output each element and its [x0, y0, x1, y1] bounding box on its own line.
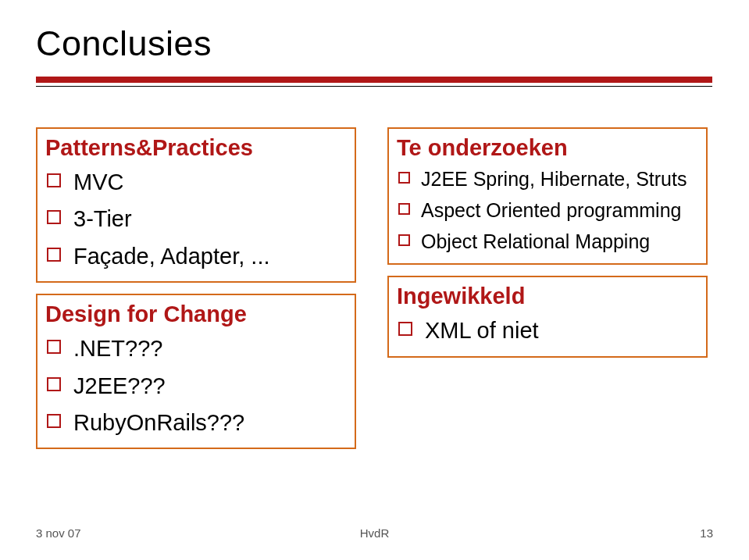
list-item-label: Façade, Adapter, ... — [73, 238, 347, 274]
group-box: Te onderzoekenJ2EE Spring, Hibernate, St… — [387, 127, 708, 265]
square-bullet-icon — [398, 172, 410, 184]
bullet-list: XML of niet — [397, 312, 698, 348]
bullet-list: J2EE Spring, Hibernate, StrutsAspect Ori… — [397, 164, 698, 256]
list-item-label: .NET??? — [73, 330, 347, 366]
bullet-list: MVC3-TierFaçade, Adapter, ... — [45, 164, 347, 274]
square-bullet-icon — [398, 203, 410, 215]
list-item: .NET??? — [45, 330, 347, 366]
footer-author: HvdR — [360, 526, 390, 540]
list-item-label: Object Relational Mapping — [421, 226, 698, 257]
list-item-label: MVC — [73, 164, 347, 200]
group-box: Design for Change.NET???J2EE???RubyOnRai… — [36, 294, 356, 449]
list-item: Object Relational Mapping — [397, 226, 698, 257]
list-item: J2EE Spring, Hibernate, Struts — [397, 164, 698, 194]
group-heading: Patterns&Practices — [45, 135, 347, 161]
footer-page: 13 — [700, 526, 713, 540]
list-item-label: 3-Tier — [73, 201, 347, 237]
list-item: Façade, Adapter, ... — [45, 238, 347, 274]
square-bullet-icon — [47, 173, 61, 187]
group-heading: Te onderzoeken — [397, 135, 698, 161]
square-bullet-icon — [398, 234, 410, 246]
square-bullet-icon — [47, 414, 61, 428]
list-item: XML of niet — [397, 312, 698, 348]
group-box: Patterns&PracticesMVC3-TierFaçade, Adapt… — [36, 127, 356, 283]
footer-date: 3 nov 07 — [36, 526, 81, 540]
slide-title: Conclusies — [36, 23, 713, 64]
list-item-label: J2EE Spring, Hibernate, Struts — [421, 164, 698, 194]
column: Te onderzoekenJ2EE Spring, Hibernate, St… — [387, 127, 708, 358]
list-item: RubyOnRails??? — [45, 405, 347, 441]
list-item-label: RubyOnRails??? — [73, 405, 347, 441]
bullet-list: .NET???J2EE???RubyOnRails??? — [45, 330, 347, 441]
square-bullet-icon — [398, 322, 412, 336]
group-box: IngewikkeldXML of niet — [387, 276, 708, 357]
group-heading: Design for Change — [45, 301, 347, 327]
list-item: Aspect Oriented programming — [397, 195, 698, 226]
list-item: 3-Tier — [45, 201, 347, 237]
list-item-label: XML of niet — [425, 312, 698, 348]
square-bullet-icon — [47, 340, 61, 354]
square-bullet-icon — [47, 210, 61, 224]
slide: Conclusies Patterns&PracticesMVC3-TierFa… — [0, 0, 749, 560]
list-item-label: Aspect Oriented programming — [421, 195, 698, 226]
group-heading: Ingewikkeld — [397, 284, 698, 309]
list-item: MVC — [45, 164, 347, 200]
column: Patterns&PracticesMVC3-TierFaçade, Adapt… — [36, 127, 356, 449]
list-item-label: J2EE??? — [73, 368, 347, 404]
list-item: J2EE??? — [45, 368, 347, 404]
content-columns: Patterns&PracticesMVC3-TierFaçade, Adapt… — [36, 127, 713, 449]
square-bullet-icon — [47, 377, 61, 391]
footer: 3 nov 07 HvdR 13 — [36, 526, 713, 540]
title-rule — [36, 77, 713, 87]
square-bullet-icon — [47, 248, 61, 262]
